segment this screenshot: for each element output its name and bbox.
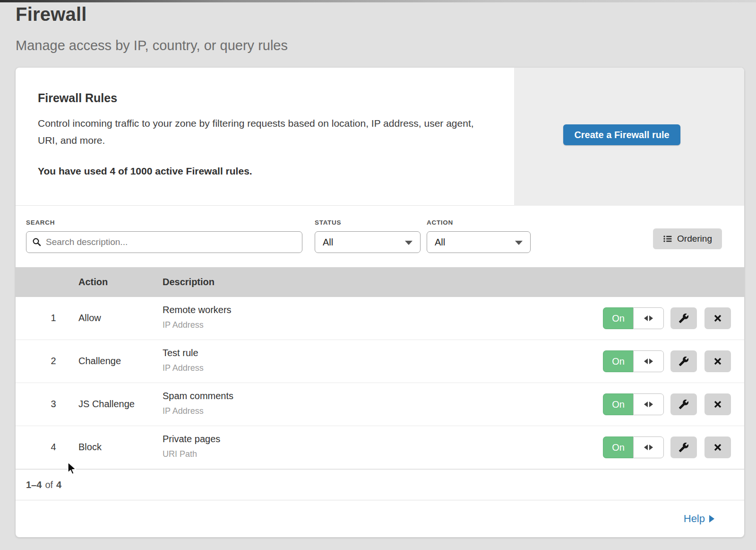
rule-controls: On xyxy=(603,350,731,372)
rules-usage-count: You have used 4 of 1000 active Firewall … xyxy=(38,166,252,177)
search-icon xyxy=(32,237,42,247)
rule-action: Allow xyxy=(78,313,101,323)
column-header-description: Description xyxy=(163,277,215,288)
status-selected-value: All xyxy=(323,237,333,248)
arrow-left-icon xyxy=(644,358,648,364)
help-link[interactable]: Help xyxy=(684,513,714,525)
arrow-right-icon xyxy=(649,402,653,407)
table-row: 4 Block Private pages URI Path On xyxy=(16,426,744,469)
table-row: 1 Allow Remote workers IP Address On xyxy=(16,297,744,340)
rule-priority-number: 4 xyxy=(46,442,61,453)
close-icon xyxy=(713,357,722,366)
toggle-handle-segment[interactable] xyxy=(633,307,664,329)
wrench-icon xyxy=(679,356,689,367)
rules-section-title: Firewall Rules xyxy=(38,91,117,105)
rule-match-type: IP Address xyxy=(163,320,204,330)
rule-match-type: IP Address xyxy=(163,363,204,373)
arrow-right-icon xyxy=(649,358,653,364)
create-rule-panel: Create a Firewall rule xyxy=(514,68,744,206)
rule-action: JS Challenge xyxy=(78,399,135,410)
rule-description: Private pages xyxy=(163,434,220,445)
rule-enabled-toggle[interactable]: On xyxy=(603,437,664,458)
arrow-right-icon xyxy=(709,515,714,523)
rule-action: Block xyxy=(78,442,102,453)
chevron-down-icon xyxy=(515,241,523,245)
arrow-right-icon xyxy=(649,315,653,321)
rules-intro-section: Firewall Rules Control incoming traffic … xyxy=(16,68,744,206)
page-title: Firewall xyxy=(16,4,87,25)
edit-rule-button[interactable] xyxy=(670,437,697,458)
table-body: 1 Allow Remote workers IP Address On xyxy=(16,297,744,469)
toggle-on-segment[interactable]: On xyxy=(603,393,633,415)
pagination-bar: 1–4 of 4 xyxy=(16,469,744,500)
delete-rule-button[interactable] xyxy=(704,307,731,329)
rule-controls: On xyxy=(603,393,731,415)
action-select[interactable]: All xyxy=(427,231,531,253)
arrow-left-icon xyxy=(644,402,648,407)
firewall-rules-card: Firewall Rules Control incoming traffic … xyxy=(16,68,744,537)
toggle-on-segment[interactable]: On xyxy=(603,350,633,372)
arrow-left-icon xyxy=(644,445,648,450)
rule-priority-number: 1 xyxy=(46,313,61,323)
wrench-icon xyxy=(679,313,689,323)
rule-description: Remote workers xyxy=(163,305,232,315)
close-icon xyxy=(713,443,722,452)
search-label: SEARCH xyxy=(26,219,55,226)
help-bar: Help xyxy=(16,500,744,537)
search-box[interactable] xyxy=(26,231,302,253)
close-icon xyxy=(713,314,722,323)
wrench-icon xyxy=(679,399,689,410)
rule-description: Spam comments xyxy=(163,391,233,402)
ordering-button[interactable]: Ordering xyxy=(653,228,722,249)
rule-enabled-toggle[interactable]: On xyxy=(603,393,664,415)
status-select[interactable]: All xyxy=(315,231,421,253)
arrow-left-icon xyxy=(644,315,648,321)
edit-rule-button[interactable] xyxy=(670,307,697,329)
rule-controls: On xyxy=(603,437,731,458)
table-header: Action Description xyxy=(16,267,744,297)
chevron-down-icon xyxy=(405,241,412,245)
rule-controls: On xyxy=(603,307,731,329)
rule-enabled-toggle[interactable]: On xyxy=(603,350,664,372)
edit-rule-button[interactable] xyxy=(670,393,697,415)
table-row: 3 JS Challenge Spam comments IP Address … xyxy=(16,383,744,426)
page-subtitle: Manage access by IP, country, or query r… xyxy=(16,38,288,53)
window-top-edge xyxy=(0,0,756,2)
action-label: ACTION xyxy=(427,219,453,226)
help-link-label: Help xyxy=(684,513,705,525)
pagination-of: of xyxy=(45,480,53,490)
action-selected-value: All xyxy=(435,237,445,248)
toggle-handle-segment[interactable] xyxy=(633,393,664,415)
close-icon xyxy=(713,400,722,409)
rule-description: Test rule xyxy=(163,348,198,358)
edit-rule-button[interactable] xyxy=(670,350,697,372)
status-label: STATUS xyxy=(315,219,341,226)
search-input[interactable] xyxy=(46,237,296,247)
rule-priority-number: 3 xyxy=(46,399,61,410)
list-icon xyxy=(663,234,672,244)
pagination-total: 4 xyxy=(56,480,61,490)
delete-rule-button[interactable] xyxy=(704,393,731,415)
rule-match-type: URI Path xyxy=(163,449,197,459)
table-row: 2 Challenge Test rule IP Address On xyxy=(16,340,744,383)
toggle-handle-segment[interactable] xyxy=(633,437,664,458)
filters-bar: SEARCH STATUS All ACTION All Ordering xyxy=(16,206,744,267)
rule-enabled-toggle[interactable]: On xyxy=(603,307,664,329)
ordering-button-label: Ordering xyxy=(677,234,712,244)
rule-priority-number: 2 xyxy=(46,356,61,367)
pagination-range: 1–4 xyxy=(26,480,42,490)
rules-section-description: Control incoming traffic to your zone by… xyxy=(38,115,487,149)
delete-rule-button[interactable] xyxy=(704,437,731,458)
wrench-icon xyxy=(679,442,689,453)
rule-match-type: IP Address xyxy=(163,406,204,416)
create-firewall-rule-button[interactable]: Create a Firewall rule xyxy=(563,124,680,145)
toggle-on-segment[interactable]: On xyxy=(603,307,633,329)
arrow-right-icon xyxy=(649,445,653,450)
column-header-action: Action xyxy=(78,277,108,288)
rule-action: Challenge xyxy=(78,356,121,367)
rules-intro-text: Firewall Rules Control incoming traffic … xyxy=(16,68,514,205)
delete-rule-button[interactable] xyxy=(704,350,731,372)
toggle-on-segment[interactable]: On xyxy=(603,437,633,458)
toggle-handle-segment[interactable] xyxy=(633,350,664,372)
